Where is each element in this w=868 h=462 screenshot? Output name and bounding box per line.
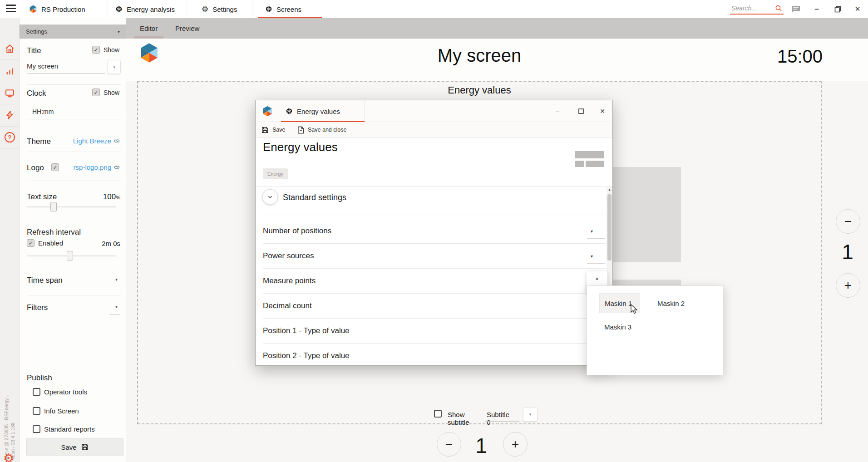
tab-energy-analysis[interactable]: Energy analysis (108, 0, 187, 18)
restore-icon (834, 6, 841, 13)
collapse-section-button[interactable] (262, 189, 278, 205)
divider (27, 152, 121, 152)
divider (0, 59, 20, 60)
link-icon (113, 138, 120, 144)
restore-button[interactable] (830, 0, 845, 18)
page-plus-button[interactable]: + (503, 432, 528, 457)
screens-icon[interactable] (5, 88, 15, 98)
setting-row-label[interactable]: Decimal count (263, 301, 312, 310)
tab-preview[interactable]: Preview (175, 18, 199, 39)
bar-chart-icon[interactable] (5, 66, 15, 76)
dialog-titlebar: Energy values − ✕ (256, 100, 612, 122)
left-icon-rail: ? admin @ 273835 - RSEnergy... Neon - 23… (0, 18, 20, 462)
input-underline (27, 74, 105, 74)
refresh-interval-value: 2m 0s (102, 240, 120, 247)
dialog-tab-energy-values[interactable]: Energy values (281, 100, 365, 122)
scroll-up-icon[interactable]: ▴ (607, 187, 612, 192)
save-button[interactable]: Save (26, 438, 123, 456)
clock-format-input[interactable]: HH:mm (32, 108, 54, 115)
screen-title-input[interactable]: My screen (27, 62, 58, 70)
setting-row-label[interactable]: Number of positions (263, 226, 331, 236)
divider (27, 295, 121, 295)
show-subtitle-checkbox[interactable] (434, 410, 442, 418)
minimize-button[interactable]: − (809, 0, 824, 18)
editor-tab-bar: Editor Preview (126, 18, 868, 39)
energy-icon[interactable] (5, 110, 15, 120)
setting-row-label[interactable]: Position 2 - Type of value (263, 351, 350, 360)
publish-info-screen-checkbox[interactable]: Info Screen (33, 407, 79, 415)
column-plus-button[interactable]: + (836, 273, 860, 298)
refresh-interval-slider[interactable] (27, 256, 116, 256)
subtitle-dropdown-button[interactable]: ▾ (523, 407, 538, 422)
widget-title: Energy values (137, 84, 822, 96)
dialog-tab-label: Energy values (297, 108, 340, 115)
option-maskin-2[interactable]: Maskin 2 (652, 293, 702, 313)
tab-screens[interactable]: Screens (258, 0, 322, 18)
energy-values-dialog: Energy values − ✕ Save Save and close En… (255, 100, 613, 366)
divider (0, 148, 20, 149)
chevron-up-icon: ▴ (596, 275, 598, 280)
input-underline (109, 287, 120, 287)
tab-editor[interactable]: Editor (140, 18, 158, 39)
publish-standard-reports-checkbox[interactable]: Standard reports (33, 425, 95, 433)
hamburger-menu-icon[interactable] (6, 5, 16, 13)
input-underline (587, 263, 605, 264)
clock-show-checkbox[interactable]: ✓ Show (92, 88, 119, 96)
slider-thumb[interactable] (50, 202, 57, 211)
setting-row-label[interactable]: Position 1 - Type of value (263, 326, 350, 335)
feedback-icon[interactable] (788, 0, 804, 18)
chevron-down-icon[interactable]: ▾ (591, 229, 593, 234)
save-button[interactable]: Save (261, 122, 286, 138)
help-icon[interactable]: ? (5, 132, 15, 143)
checkbox-checked-icon: ✓ (92, 46, 100, 54)
save-icon (261, 126, 269, 134)
column-minus-button[interactable]: − (836, 209, 860, 234)
logo-checkbox[interactable]: ✓ (51, 163, 59, 171)
slider-thumb[interactable] (67, 251, 73, 260)
chevron-down-icon[interactable]: ▾ (591, 254, 593, 259)
setting-row-label[interactable]: Measure points (263, 276, 316, 285)
option-label: Standard reports (44, 425, 95, 433)
input-underline (109, 314, 120, 315)
subtitle-input[interactable]: Subtitle 0 (487, 411, 509, 426)
tab-rs-production[interactable]: RS Production (22, 0, 108, 18)
page-minus-button[interactable]: − (437, 432, 461, 457)
chevron-down-icon[interactable]: ▾ (115, 304, 118, 309)
dialog-close-button[interactable]: ✕ (593, 100, 612, 122)
chevron-down-icon: ▾ (113, 65, 115, 69)
dialog-minimize-button[interactable]: − (548, 100, 567, 122)
search-input[interactable]: Search... (730, 3, 784, 15)
option-maskin-3[interactable]: Maskin 3 (599, 317, 640, 337)
save-and-close-button[interactable]: Save and close (297, 122, 346, 138)
dialog-maximize-button[interactable] (572, 100, 590, 122)
chevron-down-icon[interactable]: ▾ (115, 277, 118, 282)
search-icon (774, 4, 783, 12)
link-icon (113, 164, 120, 171)
home-icon[interactable] (5, 44, 15, 54)
category-tag: Energy (263, 168, 288, 179)
publish-operator-tools-checkbox[interactable]: Operator tools (33, 388, 87, 396)
theme-value: Light Breeze (73, 137, 111, 145)
dialog-heading: Energy values (263, 140, 338, 154)
logo-link[interactable]: rsp-logo.png (74, 163, 120, 171)
theme-link[interactable]: Light Breeze (73, 137, 120, 145)
search-placeholder: Search... (731, 5, 757, 12)
sidebar-header-label: Settings (26, 28, 118, 35)
setting-row-label[interactable]: Power sources (263, 251, 314, 260)
title-show-checkbox[interactable]: ✓ Show (92, 46, 119, 54)
text-size-slider[interactable] (27, 206, 116, 207)
comment-icon (791, 5, 800, 13)
tab-settings[interactable]: ⚙ Settings (194, 0, 252, 18)
theme-label: Theme (27, 137, 51, 146)
section-title: Standard settings (283, 193, 346, 202)
cube-icon (115, 5, 123, 13)
show-subtitle-label: Show subtitle (448, 411, 469, 426)
close-button[interactable]: ✕ (850, 0, 865, 18)
title-dropdown-button[interactable]: ▾ (108, 60, 121, 74)
page-number: 1 (471, 433, 491, 458)
refresh-enabled-checkbox[interactable]: ✓ Enabled (27, 239, 63, 247)
scrollbar-thumb[interactable] (607, 194, 612, 260)
logo-value: rsp-logo.png (74, 163, 111, 171)
sidebar-header[interactable]: Settings ▾ (20, 25, 126, 39)
gear-icon[interactable]: ⚙ (3, 452, 14, 462)
